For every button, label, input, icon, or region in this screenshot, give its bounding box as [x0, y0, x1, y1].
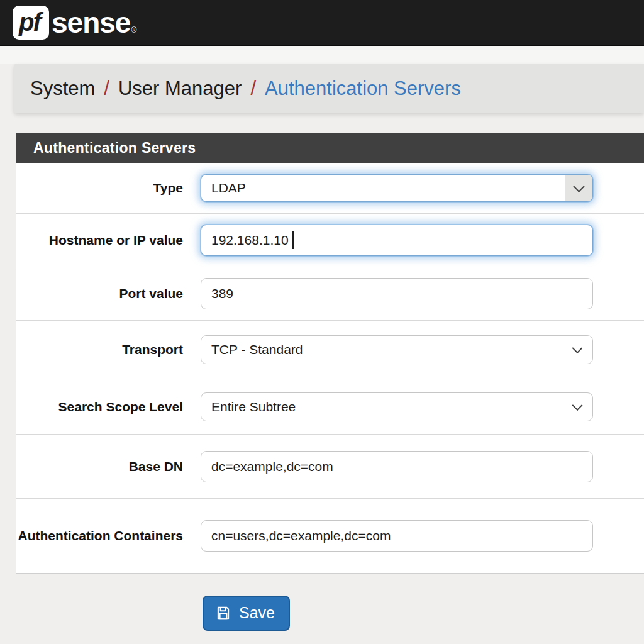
chevron-down-icon: [572, 343, 583, 353]
save-button-label: Save: [239, 604, 275, 622]
breadcrumb-separator: /: [104, 77, 109, 100]
search-scope-label: Search Scope Level: [16, 396, 200, 418]
form-row-hostname: Hostname or IP value: [16, 214, 644, 267]
form-row-transport: Transport TCP - Standard: [16, 321, 644, 379]
save-button[interactable]: Save: [203, 596, 290, 631]
hostname-label: Hostname or IP value: [16, 229, 200, 252]
search-scope-select[interactable]: Entire Subtree: [201, 392, 593, 421]
floppy-disk-icon: [215, 605, 231, 621]
form-row-authentication-containers: Authentication Containers: [16, 499, 644, 573]
breadcrumb-separator: /: [250, 77, 256, 100]
form-actions: Save: [0, 574, 644, 631]
top-navbar: pf sense ®: [0, 0, 644, 46]
type-select[interactable]: LDAP: [201, 174, 593, 202]
chevron-down-icon: [572, 400, 583, 411]
form-row-base-dn: Base DN: [16, 435, 644, 499]
search-scope-select-value: Entire Subtree: [211, 399, 296, 414]
breadcrumb-system[interactable]: System: [30, 77, 95, 100]
form-row-type: Type LDAP: [16, 163, 644, 214]
transport-select-value: TCP - Standard: [211, 342, 303, 357]
transport-label: Transport: [16, 338, 200, 361]
authentication-containers-input[interactable]: [201, 520, 593, 552]
pfsense-logo-box: pf: [13, 6, 49, 40]
transport-select[interactable]: TCP - Standard: [201, 335, 593, 364]
panel-title: Authentication Servers: [16, 133, 644, 163]
type-select-value: LDAP: [211, 180, 246, 196]
port-label: Port value: [16, 282, 200, 305]
authentication-containers-label: Authentication Containers: [16, 525, 200, 547]
form-row-port: Port value: [16, 267, 644, 321]
breadcrumb-user-manager[interactable]: User Manager: [118, 77, 242, 100]
pfsense-logo-sense: sense: [52, 6, 130, 40]
text-cursor: [292, 231, 294, 249]
port-input[interactable]: [201, 278, 593, 309]
pfsense-logo[interactable]: pf sense ®: [13, 6, 136, 40]
header-spacer: [0, 46, 644, 64]
type-label: Type: [16, 177, 200, 199]
breadcrumb-authentication-servers[interactable]: Authentication Servers: [265, 77, 461, 100]
registered-trademark-icon: ®: [131, 26, 136, 40]
authentication-servers-panel: Authentication Servers Type LDAP Hostnam…: [16, 133, 644, 574]
chevron-down-icon[interactable]: [565, 175, 592, 201]
hostname-input[interactable]: [201, 225, 593, 256]
pfsense-logo-pf: pf: [19, 8, 43, 36]
form-row-search-scope: Search Scope Level Entire Subtree: [16, 379, 644, 435]
base-dn-input[interactable]: [201, 451, 593, 482]
breadcrumb: System / User Manager / Authentication S…: [14, 64, 644, 113]
base-dn-label: Base DN: [16, 455, 200, 478]
